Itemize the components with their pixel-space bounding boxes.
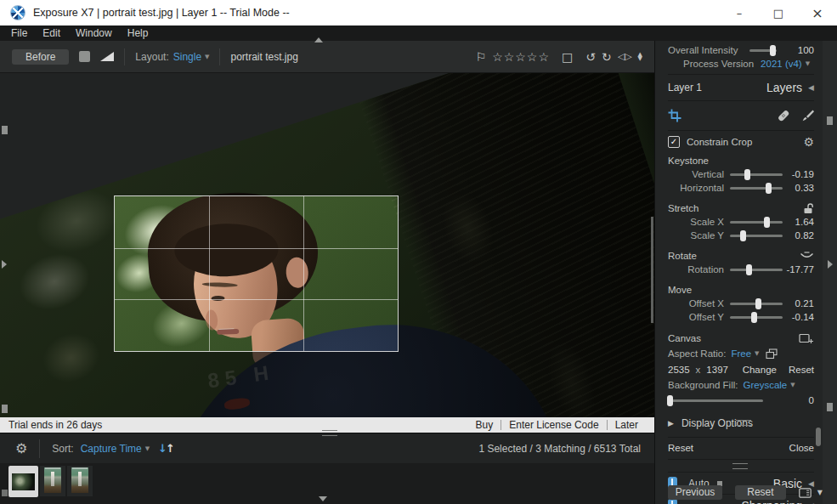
crop-tool-icon[interactable] <box>668 109 681 122</box>
slider-thumb[interactable] <box>764 217 770 228</box>
change-link[interactable]: Change <box>743 365 777 375</box>
gear-icon[interactable]: ⚙ <box>803 135 814 149</box>
slider-thumb[interactable] <box>740 230 746 241</box>
layer-name[interactable]: Layer 1 <box>668 82 702 93</box>
previous-button[interactable]: Previous <box>668 485 722 500</box>
chevron-left-icon[interactable]: ◀ <box>808 501 814 504</box>
chevron-down-icon[interactable]: ▼ <box>145 445 150 452</box>
panel-layout-icon[interactable] <box>799 488 812 498</box>
slider-thumb[interactable] <box>744 169 750 180</box>
background-fill-value[interactable]: Greyscale <box>743 380 787 390</box>
before-button[interactable]: Before <box>12 49 69 65</box>
star-icon[interactable]: ☆ <box>515 51 526 63</box>
expand-right-panel-handle[interactable] <box>828 260 833 269</box>
star-icon[interactable]: ☆ <box>492 51 503 63</box>
left-panel-drag-handle[interactable] <box>2 405 8 413</box>
menu-edit[interactable]: Edit <box>35 27 68 39</box>
chevron-down-icon[interactable]: ▼ <box>755 350 759 357</box>
thumbnail[interactable] <box>67 466 93 496</box>
canvas-height-value[interactable]: 1397 <box>706 365 728 375</box>
offset-x-value[interactable]: 0.21 <box>795 298 814 309</box>
layout-value[interactable]: Single <box>173 51 201 63</box>
chevron-down-icon[interactable]: ▼ <box>790 382 795 388</box>
slider-thumb[interactable] <box>667 395 673 406</box>
scale-x-value[interactable]: 1.64 <box>795 217 814 227</box>
process-version-value[interactable]: 2021 (v4) <box>761 59 802 69</box>
chevron-down-icon[interactable]: ▼ <box>205 54 209 60</box>
star-icon[interactable]: ☆ <box>538 51 549 63</box>
redo-icon[interactable]: ↻ <box>602 51 612 63</box>
star-icon[interactable]: ☆ <box>504 51 515 63</box>
gear-icon[interactable]: ⚙ <box>15 440 27 456</box>
heal-tool-icon[interactable] <box>777 109 790 122</box>
preview-solid-icon[interactable] <box>79 51 90 62</box>
close-button[interactable]: × <box>798 0 837 25</box>
slider-thumb[interactable] <box>755 298 761 309</box>
buy-link[interactable]: Buy <box>468 419 501 431</box>
thumbnail-selected[interactable] <box>8 466 38 497</box>
filmstrip-drag-handle[interactable] <box>2 490 8 496</box>
close-link[interactable]: Close <box>789 443 814 453</box>
reset-all-link[interactable]: Reset <box>668 443 693 453</box>
thumbnail[interactable] <box>40 466 65 496</box>
star-rating[interactable]: ☆ ☆ ☆ ☆ ☆ <box>492 51 549 63</box>
slider-thumb[interactable] <box>766 183 772 194</box>
left-panel-drag-handle[interactable] <box>2 126 8 134</box>
brush-tool-icon[interactable] <box>800 109 814 122</box>
panel-drag-handle[interactable] <box>827 403 833 411</box>
overall-intensity-slider[interactable] <box>749 49 777 52</box>
canvas-panel-divider[interactable] <box>651 217 653 323</box>
panel-resize-grip[interactable] <box>732 463 748 469</box>
compare-split-icon[interactable]: ◁▷ <box>618 51 632 63</box>
rotation-slider[interactable] <box>730 269 783 271</box>
constrain-crop-checkbox[interactable]: ✓ <box>668 136 680 148</box>
filmstrip-resize-grip[interactable] <box>322 430 337 436</box>
aspect-ratio-value[interactable]: Free <box>731 348 751 359</box>
unlock-icon[interactable] <box>802 202 814 214</box>
slider-thumb[interactable] <box>751 312 757 323</box>
slider-thumb[interactable] <box>746 264 752 275</box>
chevron-left-icon[interactable]: ◀ <box>808 83 814 92</box>
split-preview-icon[interactable] <box>100 52 114 61</box>
vertical-value[interactable]: -0.19 <box>792 169 814 179</box>
overall-intensity-value[interactable]: 100 <box>798 45 814 55</box>
collapse-bottom-handle[interactable] <box>319 496 327 501</box>
menu-help[interactable]: Help <box>120 27 156 39</box>
canvas-width-value[interactable]: 2535 <box>668 365 690 375</box>
menu-window[interactable]: Window <box>68 27 120 39</box>
menu-file[interactable]: File <box>3 27 35 39</box>
later-link[interactable]: Later <box>608 419 646 431</box>
background-fill-slider[interactable] <box>668 399 763 402</box>
scale-y-slider[interactable] <box>730 235 783 237</box>
disclosure-triangle-icon[interactable]: ▶ <box>668 419 674 428</box>
flag-icon[interactable]: ⚐ <box>476 51 487 63</box>
horizontal-slider[interactable] <box>730 187 783 190</box>
background-fill-amount[interactable]: 0 <box>809 395 814 405</box>
layout-stack-icon[interactable]: ▲▼ <box>638 53 642 61</box>
undo-icon[interactable]: ↺ <box>585 51 596 63</box>
offset-y-slider[interactable] <box>730 316 783 319</box>
scale-x-slider[interactable] <box>730 221 783 224</box>
enter-license-link[interactable]: Enter License Code <box>501 419 606 431</box>
minimize-button[interactable]: – <box>720 0 759 25</box>
rotation-value[interactable]: -17.77 <box>786 264 814 275</box>
straighten-level-icon[interactable] <box>800 252 814 260</box>
scale-y-value[interactable]: 0.82 <box>795 230 814 241</box>
vertical-slider[interactable] <box>730 173 783 176</box>
maximize-button[interactable]: □ <box>759 0 798 25</box>
star-icon[interactable]: ☆ <box>527 51 538 63</box>
crop-window[interactable]: 85 H <box>115 196 398 351</box>
horizontal-value[interactable]: 0.33 <box>795 183 814 193</box>
expand-left-panel-handle[interactable] <box>2 260 7 269</box>
reset-dimensions-link[interactable]: Reset <box>789 365 814 375</box>
color-label-icon[interactable]: □ <box>562 51 573 63</box>
rotate-aspect-icon[interactable] <box>766 348 778 360</box>
panel-scrollbar-thumb[interactable] <box>816 428 821 446</box>
reset-button[interactable]: Reset <box>735 485 786 500</box>
panel-drag-handle[interactable] <box>827 116 833 125</box>
sort-direction-toggle[interactable]: ↓ ↑ <box>158 442 175 455</box>
offset-x-slider[interactable] <box>730 303 783 305</box>
layers-panel-title[interactable]: Layers <box>766 81 802 94</box>
crop-grid[interactable] <box>115 196 398 351</box>
collapse-top-handle[interactable] <box>314 37 323 42</box>
